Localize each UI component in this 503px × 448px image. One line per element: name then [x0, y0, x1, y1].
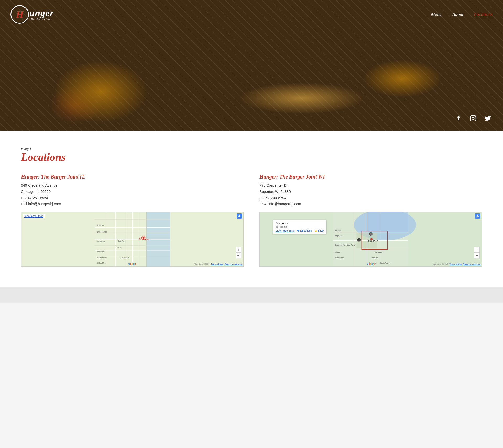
map-il-zoom-out[interactable]: − — [236, 253, 241, 258]
location-wi-street: 778 Carpenter Dr. — [259, 183, 288, 187]
location-il-name: Hunger: The Burger Joint IL — [21, 174, 244, 180]
map-il-terms[interactable]: Terms of Use — [211, 263, 223, 265]
map-wi-view-larger[interactable]: View larger map — [276, 229, 294, 232]
location-wi-email: E: wi.info@hungertbj.com — [259, 202, 301, 206]
location-wi-city: Superior, WI 54880 — [259, 190, 291, 194]
map-il-person-icon — [237, 213, 242, 219]
svg-text:Parkland: Parkland — [375, 252, 382, 254]
svg-text:Oliver: Oliver — [335, 252, 340, 254]
map-wi-terms[interactable]: Terms of Use — [449, 263, 462, 265]
location-wi-phone: p: 262-200-6794 — [259, 196, 286, 200]
svg-text:2: 2 — [358, 239, 359, 241]
footer — [0, 287, 503, 303]
section-title-area: Hunger Locations — [21, 147, 482, 163]
nav-links: Menu About Locations — [431, 12, 493, 17]
map-wi-directions[interactable]: Directions — [297, 229, 312, 232]
location-il-phone: P: 847-251-5964 — [21, 196, 48, 200]
map-wi-toolbar — [261, 213, 480, 219]
logo-tagline: The Burger Joint — [29, 18, 54, 20]
location-il-email: E: il.info@hungertbj.com — [21, 202, 61, 206]
map-il-view-larger[interactable]: View larger map — [23, 214, 45, 218]
svg-point-59 — [477, 215, 478, 216]
nav-item-about[interactable]: About — [452, 12, 463, 17]
map-il-google-logo: Google — [128, 263, 136, 265]
nav-item-menu[interactable]: Menu — [431, 12, 442, 17]
svg-text:Lombard: Lombard — [97, 251, 104, 252]
hero-section: H unger The Burger Joint Menu About Loca… — [0, 0, 503, 131]
svg-rect-0 — [470, 115, 476, 121]
svg-text:Orland Park: Orland Park — [97, 262, 107, 264]
map-wi-report[interactable]: Report a map error — [463, 263, 481, 265]
location-il-street: 640 Cleveland Avenue — [21, 183, 58, 187]
svg-marker-58 — [315, 230, 317, 232]
map-il-zoom: + − — [236, 247, 241, 258]
map-il-toolbar: View larger map — [23, 213, 242, 219]
map-wi-zoom-out[interactable]: − — [474, 253, 480, 258]
svg-text:South Range: South Range — [380, 262, 391, 264]
svg-point-2 — [474, 117, 475, 117]
svg-text:Pokegama: Pokegama — [335, 257, 344, 259]
locations-grid: Hunger: The Burger Joint IL 640 Clevelan… — [21, 174, 482, 267]
nav-link-locations[interactable]: Locations — [474, 12, 493, 17]
location-il-address: 640 Cleveland Avenue Chicago, IL 60099 P… — [21, 182, 244, 207]
map-il-report[interactable]: Report a map error — [225, 263, 242, 265]
svg-point-19 — [143, 237, 145, 239]
location-wi: Hunger: The Burger Joint WI 778 Carpente… — [259, 174, 482, 267]
logo-h-letter: H — [16, 9, 24, 20]
map-wi-google-logo: Google — [367, 263, 375, 265]
svg-text:Cicero: Cicero — [116, 247, 121, 248]
logo-circle: H — [10, 5, 29, 24]
map-wi-popup-actions: View larger map Directions Save — [276, 229, 324, 232]
main-content: Hunger Locations Hunger: The Burger Join… — [0, 131, 503, 287]
svg-text:Superior: Superior — [368, 240, 378, 242]
svg-point-1 — [472, 117, 474, 120]
svg-point-30 — [239, 215, 240, 216]
svg-text:Superior Municipal Forest: Superior Municipal Forest — [335, 244, 356, 246]
svg-text:Oak Lawn: Oak Lawn — [121, 257, 129, 259]
map-wi-popup: Superior Wisconsin View larger map Direc… — [273, 220, 326, 234]
social-bar: f — [454, 114, 493, 123]
svg-text:Evanston: Evanston — [97, 225, 105, 226]
nav-item-locations[interactable]: Locations — [474, 12, 493, 17]
logo[interactable]: H unger The Burger Joint — [10, 5, 54, 24]
logo-text: unger The Burger Joint — [29, 8, 54, 20]
logo-hunger-text: unger — [29, 8, 54, 18]
map-wi: 2 53 Superior Proctor Superior Superior … — [259, 212, 482, 267]
map-wi-popup-state: Wisconsin — [276, 225, 324, 228]
map-wi-zoom: + − — [474, 247, 480, 258]
map-il-zoom-in[interactable]: + — [236, 247, 241, 253]
svg-text:53: 53 — [370, 233, 372, 235]
map-wi-footer: Map data ©2019 Terms of Use Report a map… — [433, 263, 481, 265]
map-wi-popup-city: Superior — [276, 222, 324, 225]
map-il-roads: Chicago Evanston Des Plaines Wheaton Oak… — [21, 212, 243, 266]
map-wi-person-icon — [475, 213, 480, 219]
facebook-icon[interactable]: f — [454, 114, 463, 123]
svg-text:Superior: Superior — [335, 235, 342, 237]
svg-text:Proctor: Proctor — [335, 230, 341, 231]
nav-link-about[interactable]: About — [452, 12, 463, 17]
location-il-city: Chicago, IL 60099 — [21, 190, 51, 194]
nav-link-menu[interactable]: Menu — [431, 12, 442, 17]
svg-text:Wheaton: Wheaton — [97, 240, 105, 242]
svg-marker-57 — [297, 230, 300, 232]
map-wi-save[interactable]: Save — [315, 229, 324, 232]
svg-text:Bolingbrook: Bolingbrook — [97, 257, 107, 259]
svg-text:Oak Park: Oak Park — [118, 240, 126, 242]
section-big-title: Locations — [21, 151, 65, 163]
location-wi-name: Hunger: The Burger Joint WI — [259, 174, 482, 180]
map-wi-zoom-in[interactable]: + — [474, 247, 480, 253]
location-il: Hunger: The Burger Joint IL 640 Clevelan… — [21, 174, 244, 267]
svg-text:Des Plaines: Des Plaines — [97, 231, 107, 233]
svg-text:Allouez: Allouez — [372, 257, 378, 259]
location-wi-address: 778 Carpenter Dr. Superior, WI 54880 p: … — [259, 182, 482, 207]
map-il-footer: Map data ©2019 Terms of Use Report a map… — [194, 263, 242, 265]
section-small-title: Hunger — [21, 147, 482, 151]
twitter-icon[interactable] — [483, 114, 493, 123]
navigation: H unger The Burger Joint Menu About Loca… — [0, 0, 503, 29]
svg-point-47 — [370, 238, 373, 240]
instagram-icon[interactable] — [468, 114, 478, 123]
map-il: Chicago Evanston Des Plaines Wheaton Oak… — [21, 212, 244, 267]
